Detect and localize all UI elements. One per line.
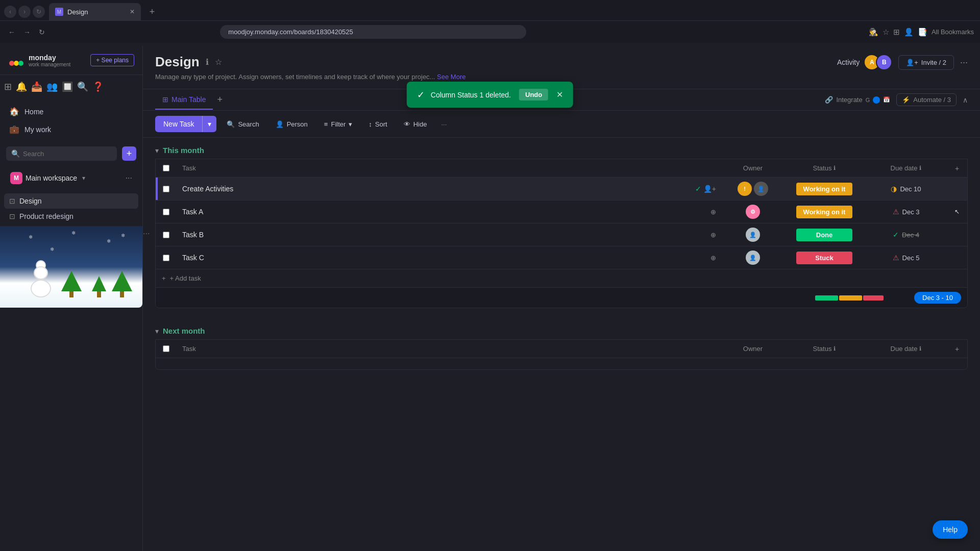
board-item-design[interactable]: ⊡ Design	[4, 193, 138, 209]
owner-cell-2: ⚙	[722, 201, 783, 223]
row-add-col-2[interactable]: ↖	[947, 208, 967, 215]
add-subtask-icon-3[interactable]: ⊕	[710, 231, 716, 239]
task-name-2: Task A	[182, 208, 203, 216]
toast-undo-button[interactable]: Undo	[519, 89, 548, 101]
integrate-icon: 🔗	[825, 96, 833, 104]
new-task-dropdown-arrow[interactable]: ▾	[202, 116, 216, 132]
nm-due-info-icon[interactable]: ℹ	[919, 345, 921, 352]
hide-button[interactable]: 👁 Hide	[398, 117, 433, 131]
nm-header-check[interactable]	[156, 340, 176, 357]
back-button[interactable]: ‹	[4, 6, 16, 18]
bookmarks-icon[interactable]: 📑	[918, 28, 927, 37]
activity-button[interactable]: Activity A B	[837, 54, 892, 70]
people-icon[interactable]: 👥	[46, 81, 58, 92]
snowman	[31, 263, 51, 297]
person-filter-button[interactable]: 👤 Person	[270, 117, 314, 131]
star-board-icon[interactable]: ☆	[215, 57, 222, 67]
search-toolbar-button[interactable]: 🔍 Search	[220, 117, 265, 131]
add-subtask-icon[interactable]: ⊕	[710, 208, 716, 216]
add-task-row[interactable]: + + Add task	[156, 269, 967, 287]
tab-main-table[interactable]: ⊞ Main Table	[155, 90, 213, 110]
active-tab[interactable]: M Design ✕	[49, 3, 141, 20]
header-add-col[interactable]: +	[947, 164, 967, 172]
status-info-icon[interactable]: ℹ	[834, 165, 836, 171]
workspace-header[interactable]: M Main workspace ▾ ···	[6, 169, 136, 187]
search-icon: 🔍	[11, 149, 20, 158]
status-cell-3[interactable]: Done	[783, 224, 865, 245]
checkbox-2[interactable]	[163, 209, 169, 215]
new-tab-button[interactable]: +	[145, 5, 159, 19]
workspace-more-icon[interactable]: ···	[126, 173, 132, 183]
nav-my-work[interactable]: 💼 My work	[4, 120, 138, 138]
filter-button[interactable]: ≡ Filter ▾	[318, 117, 358, 131]
sort-button[interactable]: ↕ Sort	[362, 117, 393, 131]
forward-button[interactable]: ›	[18, 6, 31, 18]
inbox-icon[interactable]: 📥	[31, 81, 42, 92]
next-month-collapse-icon[interactable]: ▾	[155, 327, 159, 335]
row-check-3[interactable]	[156, 227, 176, 243]
add-person-icon[interactable]: 👤+	[703, 185, 716, 193]
nm-header-add-col[interactable]: +	[947, 345, 967, 353]
status-cell-1[interactable]: Working on it	[783, 179, 865, 199]
status-cell-2[interactable]: Working on it	[783, 202, 865, 222]
nm-header-task: Task	[176, 340, 722, 358]
due-info-icon[interactable]: ℹ	[919, 165, 921, 171]
collapse-button[interactable]: ∧	[963, 96, 968, 104]
header-check[interactable]	[156, 160, 176, 177]
see-plans-button[interactable]: + See plans	[90, 54, 134, 66]
more-options-button[interactable]: ···	[960, 57, 968, 68]
nm-header-checkbox[interactable]	[163, 345, 169, 352]
browser-forward[interactable]: →	[21, 26, 33, 38]
star-icon[interactable]: ☆	[883, 28, 889, 37]
url-input[interactable]	[220, 25, 526, 39]
tab-close-button[interactable]: ✕	[130, 8, 135, 15]
bell-icon[interactable]: 🔔	[16, 81, 27, 92]
help-button[interactable]: Help	[933, 520, 968, 539]
nm-status-info-icon[interactable]: ℹ	[834, 345, 836, 352]
board-item-product[interactable]: ⊡ Product redesign	[4, 209, 138, 224]
task-name-1: Create Activities	[182, 185, 233, 193]
checkbox-1[interactable]	[163, 186, 169, 192]
this-month-title[interactable]: This month	[163, 146, 204, 155]
see-more-link[interactable]: See More	[437, 73, 465, 81]
browser-reload[interactable]: ↻	[37, 26, 47, 38]
owner-avatar-3: 👤	[746, 228, 760, 242]
add-button[interactable]: +	[122, 146, 136, 161]
checkbox-4[interactable]	[163, 255, 169, 261]
help-icon[interactable]: ❓	[92, 81, 104, 92]
extensions-icon[interactable]: ⊞	[893, 28, 900, 37]
row-actions-dots[interactable]: ···	[143, 229, 150, 238]
info-icon[interactable]: ℹ	[206, 57, 209, 67]
toast-message: Column Status 1 deleted.	[431, 91, 511, 99]
search-global-icon[interactable]: 🔍	[77, 81, 88, 92]
this-month-collapse-icon[interactable]: ▾	[155, 146, 159, 155]
apps-icon[interactable]: 🔲	[62, 81, 73, 92]
nav-home[interactable]: 🏠 Home	[4, 103, 138, 120]
row-check-4[interactable]	[156, 249, 176, 266]
browser-back[interactable]: ←	[6, 26, 17, 38]
add-subtask-icon-4[interactable]: ⊕	[710, 254, 716, 262]
integrate-button[interactable]: 🔗 Integrate G 📅	[825, 96, 890, 104]
profile-icon[interactable]: 👤	[904, 28, 914, 37]
new-task-button[interactable]: New Task ▾	[155, 116, 216, 132]
check-circle-icon[interactable]: ✓	[695, 185, 701, 193]
row-check-1[interactable]	[156, 181, 176, 197]
row-check-2[interactable]	[156, 204, 176, 220]
nm-header-due-date: Due date ℹ	[865, 340, 947, 358]
search-input[interactable]	[23, 150, 112, 158]
status-col-label: Status	[813, 164, 832, 172]
status-cell-4[interactable]: Stuck	[783, 247, 865, 268]
grid-icon[interactable]: ⊞	[4, 81, 12, 92]
owner-cell-4: 👤	[722, 246, 783, 269]
table-row: Task C ⊕ 👤 Stuck ⚠	[156, 246, 967, 269]
toast-close-button[interactable]: ✕	[556, 90, 563, 99]
automate-button[interactable]: ⚡ Automate / 3	[896, 93, 957, 106]
next-month-title[interactable]: Next month	[163, 327, 205, 335]
invite-button[interactable]: 👤+ Invite / 2	[898, 55, 954, 70]
reload-button[interactable]: ↻	[33, 6, 45, 18]
header-checkbox[interactable]	[163, 165, 169, 171]
checkbox-3[interactable]	[163, 232, 169, 238]
this-month-table: Task Owner Status ℹ Due date ℹ	[155, 159, 968, 308]
more-toolbar-button[interactable]: ···	[437, 117, 451, 131]
add-tab-button[interactable]: +	[213, 89, 227, 110]
